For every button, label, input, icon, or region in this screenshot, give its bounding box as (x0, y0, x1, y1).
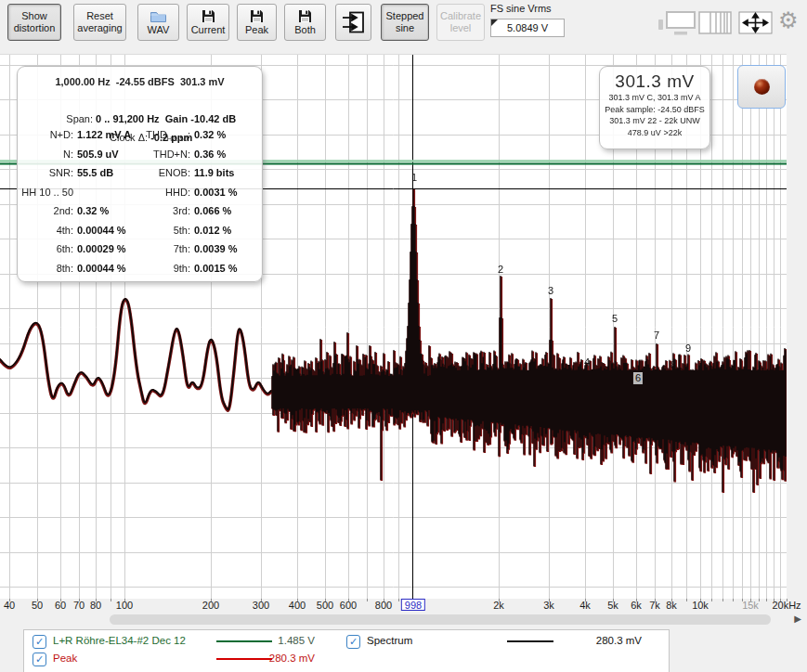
legend-checkbox-spectrum[interactable]: ✓ (346, 635, 360, 649)
import-signal-button[interactable] (335, 4, 371, 41)
fs-sine-vrms-label: FS sine Vrms (490, 3, 579, 14)
legend-checkbox-l-r-r-hre-el34-2-dec-12[interactable]: ✓ (33, 635, 46, 649)
save-peak-label: Peak (245, 24, 268, 36)
display-icon[interactable] (665, 10, 696, 36)
legend-checkbox-peak[interactable]: ✓ (33, 653, 46, 666)
scrollbar-thumb[interactable] (110, 614, 771, 625)
axis-tick (766, 599, 767, 601)
level-detail-4: 478.9 uV >22k (600, 127, 709, 139)
stat-label: N: (20, 145, 73, 163)
harmonic-label-4: 4 (584, 356, 590, 368)
record-button[interactable] (737, 65, 786, 109)
legend-label: L+R Röhre-EL34-#2 Dec 12 (53, 634, 186, 648)
harmonic-label-8: 8 (670, 359, 676, 371)
reset-averaging-button[interactable]: Resetaveraging (73, 4, 126, 41)
axis-label-50: 50 (32, 600, 43, 611)
calibrate-level-button: Calibratelevel (436, 4, 485, 41)
stat-label: 3rd: (107, 201, 190, 220)
legend-value: 280.3 mV (252, 652, 315, 666)
stepped-sine-button[interactable]: Steppedsine (381, 4, 429, 41)
axis-label-400: 400 (289, 600, 306, 611)
save-peak-button[interactable]: Peak (237, 4, 277, 41)
harmonic-label-3: 3 (548, 285, 553, 297)
cursor-readout: 1,000.00 Hz -24.55 dBFS 301.3 mV (18, 72, 262, 91)
calibrate-level-label: level (450, 22, 472, 34)
axis-tick (711, 599, 712, 601)
stat-label: 9th: (107, 259, 190, 278)
axis-tick (733, 599, 734, 601)
stat-value: 0.36 % (194, 145, 226, 163)
save-both-label: Both (294, 24, 316, 36)
measurement-readout-panel: 1,000.00 Hz -24.55 dBFS 301.3 mV Span: 0… (17, 66, 263, 282)
fs-sine-vrms-value: 5.0849 V (507, 22, 548, 33)
axis-label-4000: 4k (579, 600, 591, 611)
toolbar: FS sine Vrms 5.0849 V (0, 0, 807, 54)
axis-label-10000: 10k (692, 600, 709, 611)
harmonic-label-5: 5 (612, 313, 618, 325)
legend-line-swatch (507, 640, 553, 642)
stat-label: 4th: (20, 221, 73, 239)
calibrate-level-label: Calibrate (440, 10, 481, 22)
floppy-icon (202, 8, 215, 23)
record-led-icon (754, 79, 770, 95)
stats-row: 4th:0.00044 %5th:0.012 % (18, 221, 262, 239)
save-current-button[interactable]: Current (187, 4, 229, 41)
axis-label-600: 600 (340, 600, 357, 611)
level-detail-2: Peak sample: -24.50 dBFS (600, 104, 709, 116)
floppy-icon (298, 8, 312, 23)
legend-strip: ✓L+R Röhre-EL34-#2 Dec 121.485 V✓Spectru… (0, 627, 807, 672)
axis-label-15000: 15k (742, 600, 759, 611)
save-both-button[interactable]: Both (284, 4, 326, 41)
level-detail-1: 301.3 mV C, 301.3 mV A (600, 92, 709, 104)
harmonic-label-9: 9 (685, 342, 691, 355)
level-value: 301.3 mV (600, 71, 709, 92)
axis-label-5000: 5k (607, 600, 618, 611)
legend-box: ✓L+R Röhre-EL34-#2 Dec 121.485 V✓Spectru… (23, 629, 670, 672)
axis-label-70: 70 (73, 600, 85, 611)
axis-label-100: 100 (116, 600, 133, 611)
axis-label-2000: 2k (493, 600, 504, 611)
pan-icon[interactable] (738, 11, 773, 34)
stat-label: SNR: (20, 163, 73, 182)
stats-row: 8th:0.00044 %9th:0.0015 % (18, 259, 262, 278)
fs-sine-vrms-input[interactable]: 5.0849 V (490, 19, 565, 37)
reset-averaging-label: averaging (77, 22, 122, 34)
axis-tick (759, 599, 760, 601)
stat-label: HH 10 .. 50 (20, 183, 73, 201)
stats-row: HH 10 .. 50HHD:0.0031 % (18, 183, 262, 201)
harmonic-label-1: 1 (411, 172, 417, 184)
stat-value: 0.0015 % (194, 259, 237, 278)
show-distortion-button[interactable]: Showdistortion (7, 4, 61, 41)
input-corner-marker-icon (491, 19, 498, 26)
import-icon (342, 15, 366, 30)
axis-label-300: 300 (253, 600, 269, 611)
axis-cursor-frequency-box: 998 (401, 599, 425, 611)
audio-analyzer-window: FS sine Vrms 5.0849 V (0, 0, 807, 672)
axis-tick (398, 599, 399, 601)
harmonic-label-7: 7 (654, 330, 659, 342)
frequency-axis: 40506070801002003004005006008002k3k4k5k6… (0, 599, 807, 612)
save-wav-button[interactable]: WAV (137, 4, 179, 41)
axis-label-8000: 8k (666, 600, 677, 611)
spectrum-plot[interactable]: 123456789 1,000.00 Hz -24.55 dBFS 301.3 … (0, 54, 787, 600)
scrollbar-right-arrow-icon[interactable]: ▶ (794, 614, 801, 624)
bands-icon[interactable] (698, 11, 732, 34)
stats-row: N:505.9 uVTHD+N:0.36 % (18, 145, 262, 163)
level-detail-3: 301.3 mV 22 - 22k UNW (600, 115, 709, 127)
stats-row: 6th:0.00029 %7th:0.0039 % (18, 239, 262, 258)
stats-row: N+D:1.122 mV ATHDH2..50:0.32 % (18, 125, 262, 144)
stat-label: 6th: (20, 239, 73, 258)
stat-label: 8th: (20, 259, 73, 278)
stat-label: 7th: (107, 239, 190, 258)
folder-icon (150, 8, 167, 23)
settings-gear-icon[interactable]: ⚙ (778, 7, 799, 33)
legend-value: 280.3 mV (572, 634, 642, 648)
show-distortion-label: distortion (14, 22, 56, 34)
axis-label-40: 40 (4, 600, 15, 611)
device-nub-icon (657, 19, 664, 31)
stat-label: 2nd: (20, 201, 73, 220)
horizontal-scrollbar[interactable]: ▶ (0, 612, 807, 627)
axis-label-500: 500 (317, 600, 333, 611)
harmonic-label-6: 6 (633, 372, 643, 384)
stat-value: 0.32 % (77, 201, 109, 220)
